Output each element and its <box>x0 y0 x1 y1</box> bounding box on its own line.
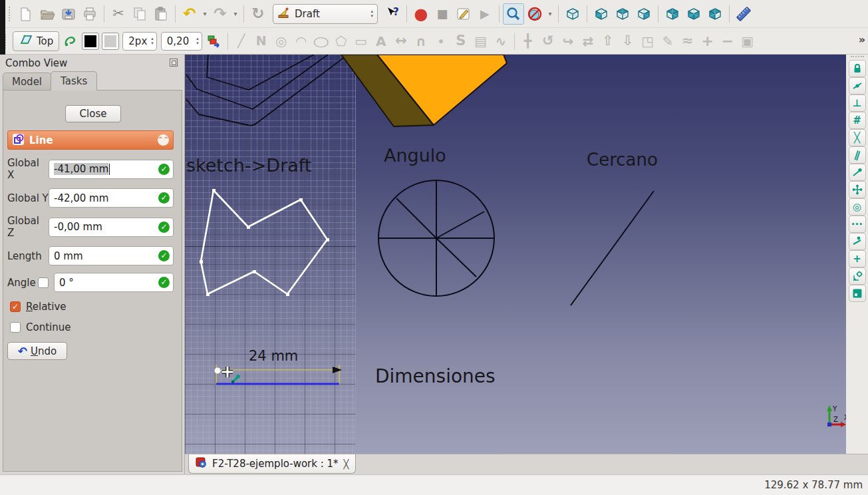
snap-dimensions-icon[interactable] <box>849 267 866 285</box>
draft-downgrade-icon[interactable]: ⇩ <box>618 31 638 51</box>
dropdown-arrow-icon[interactable]: ▾ <box>545 10 555 17</box>
save-icon[interactable] <box>58 3 79 25</box>
draft-text-icon[interactable]: A <box>371 31 391 51</box>
view-right-icon[interactable] <box>633 3 654 25</box>
macro-record-icon[interactable]: ● <box>410 3 432 25</box>
paste-icon[interactable] <box>150 3 172 25</box>
draft-add-point-icon[interactable]: + <box>698 31 718 51</box>
whats-this-icon[interactable]: ? <box>382 3 403 25</box>
toolbar-handle[interactable] <box>5 34 9 49</box>
macro-play-icon[interactable]: ▶ <box>474 3 496 25</box>
snap-intersection-icon[interactable]: ╳ <box>849 129 866 146</box>
draft-edit-icon[interactable]: ✎ <box>658 31 678 51</box>
snap-center-icon[interactable]: ◎ <box>849 198 866 216</box>
draft-wire-to-bspline-icon[interactable]: ≈ <box>678 31 698 51</box>
draft-arc-icon[interactable]: ◠ <box>291 31 311 51</box>
construction-mode-icon[interactable] <box>61 31 80 51</box>
freecad-document-icon <box>196 457 207 471</box>
float-panel-icon[interactable] <box>170 59 178 67</box>
draft-rotate-icon[interactable]: ↺ <box>538 31 558 51</box>
measure-distance-icon[interactable] <box>733 3 754 25</box>
toolbar-overflow-button[interactable]: » <box>859 33 865 46</box>
snap-lock-icon[interactable] <box>849 60 866 77</box>
working-plane-button[interactable]: Top <box>13 31 59 51</box>
draft-delete-point-icon[interactable]: − <box>718 31 738 51</box>
draft-bspline-icon[interactable]: ∩ <box>411 31 431 51</box>
tab-model[interactable]: Model <box>3 73 51 90</box>
global-z-input[interactable]: -0,00 mm ✓ <box>49 218 174 237</box>
line-width-spinbox[interactable]: 2px ▴▾ <box>122 32 156 51</box>
snap-workingplane-icon[interactable] <box>849 285 866 302</box>
view-axonometric-icon[interactable] <box>562 3 583 25</box>
draft-bezier-icon[interactable]: ∿ <box>491 31 511 51</box>
snap-parallel-icon[interactable]: ∥ <box>849 146 866 164</box>
draft-ellipse-icon[interactable]: ○ <box>311 31 331 51</box>
draft-point-icon[interactable]: • <box>431 31 451 51</box>
draft-wire-icon[interactable]: N <box>251 31 271 51</box>
global-x-input[interactable]: -41,00 mm ✓ <box>49 160 174 179</box>
macro-edit-icon[interactable] <box>453 3 474 25</box>
line-color-swatch[interactable] <box>82 33 99 50</box>
snap-endpoint-icon[interactable] <box>849 164 866 181</box>
dropdown-arrow-icon[interactable]: ▾ <box>231 10 240 17</box>
tasks-panel: Close Line ⌃⌃ Global X -41,00 mm ✓ Globa… <box>3 90 182 472</box>
status-bar: 129.62 x 78.77 mm <box>0 474 868 495</box>
copy-icon[interactable] <box>129 3 150 25</box>
line-task-header[interactable]: Line ⌃⌃ <box>7 130 174 150</box>
redo-icon[interactable]: ↷ <box>210 3 231 25</box>
tab-tasks[interactable]: Tasks <box>51 71 97 90</box>
document-tab[interactable]: F2-T28-ejemplo-work : 1* ╳ <box>188 454 356 474</box>
3d-viewport[interactable]: Y Z X sketch->Draft Angulo Cercano Dimen… <box>185 55 846 454</box>
draft-facebinder-icon[interactable]: ▤ <box>471 31 491 51</box>
undo-button[interactable]: ↶ Undo <box>7 342 67 360</box>
draft-rectangle-icon[interactable]: ▭ <box>351 31 371 51</box>
close-task-button[interactable]: Close <box>65 105 121 122</box>
dropdown-arrow-icon[interactable]: ▾ <box>200 10 210 17</box>
autogroup-icon[interactable] <box>204 31 224 51</box>
continue-checkbox[interactable] <box>10 322 21 333</box>
draft-line-icon[interactable]: ╱ <box>231 31 251 51</box>
text-scale-spinbox[interactable]: 0,20 ▴▾ <box>161 32 202 51</box>
cut-icon[interactable]: ✂ <box>108 3 129 25</box>
view-left-icon[interactable] <box>704 3 726 25</box>
print-icon[interactable] <box>79 3 100 25</box>
collapse-task-icon[interactable]: ⌃⌃ <box>158 134 169 146</box>
draft-shapestring-icon[interactable]: S <box>451 31 471 51</box>
draft-dimension-icon[interactable]: ↔ <box>391 31 411 51</box>
draft-shape2dview-icon[interactable]: ▣ <box>738 31 758 51</box>
view-top-icon[interactable] <box>612 3 633 25</box>
new-file-icon[interactable] <box>15 3 37 25</box>
draft-scale-icon[interactable]: ◳ <box>638 31 658 51</box>
angle-input[interactable]: 0 ° ✓ <box>54 273 174 292</box>
length-input[interactable]: 0 mm ✓ <box>49 246 174 265</box>
zoom-fit-icon[interactable] <box>503 3 524 25</box>
snap-near-icon[interactable] <box>849 233 866 250</box>
close-document-icon[interactable]: ╳ <box>344 459 349 469</box>
face-color-swatch[interactable] <box>102 33 119 50</box>
draft-offset-icon[interactable]: ↪ <box>558 31 578 51</box>
view-bottom-icon[interactable] <box>683 3 704 25</box>
macro-stop-icon[interactable]: ■ <box>432 3 453 25</box>
draft-move-icon[interactable]: ╋ <box>518 31 538 51</box>
draft-polygon-icon[interactable]: ⬠ <box>331 31 351 51</box>
draft-trimex-icon[interactable]: ⇄ <box>578 31 598 51</box>
undo-icon[interactable]: ↶ <box>179 3 200 25</box>
draft-circle-icon[interactable]: ◎ <box>271 31 291 51</box>
open-file-icon[interactable] <box>37 3 58 25</box>
global-y-input[interactable]: -42,00 mm ✓ <box>49 188 174 208</box>
workbench-selector[interactable]: Draft ▴▾ <box>273 4 378 24</box>
snap-extension-icon[interactable]: ••• <box>849 216 866 233</box>
snap-special-icon[interactable] <box>849 181 866 198</box>
angle-lock-checkbox[interactable] <box>38 277 49 288</box>
view-rear-icon[interactable] <box>662 3 683 25</box>
toolbar-handle[interactable] <box>9 7 13 21</box>
view-front-icon[interactable] <box>591 3 612 25</box>
relative-checkbox[interactable]: ✓ <box>10 301 21 312</box>
snap-ortho-icon[interactable]: + <box>849 250 866 267</box>
snap-grid-icon[interactable]: # <box>849 112 866 129</box>
draw-style-icon[interactable] <box>524 3 545 25</box>
draft-upgrade-icon[interactable]: ⇧ <box>598 31 618 51</box>
refresh-icon[interactable]: ↻ <box>247 3 269 25</box>
snap-perpendicular-icon[interactable]: ⊥ <box>849 94 866 112</box>
snap-midpoint-icon[interactable] <box>849 77 866 94</box>
